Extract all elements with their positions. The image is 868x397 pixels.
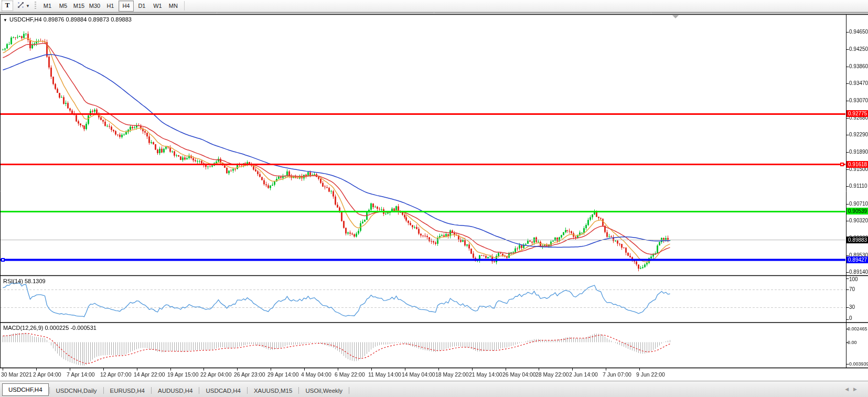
tab-divider: [199, 387, 199, 394]
timeframe-button-m1[interactable]: M1: [40, 1, 55, 12]
toolbar-grip[interactable]: [35, 2, 36, 10]
timeframe-button-d1[interactable]: D1: [134, 1, 149, 12]
timeframe-button-group: M1M5M15M30H1H4D1W1MN: [40, 1, 181, 12]
timeframe-button-mn[interactable]: MN: [166, 1, 181, 12]
tab-usdcnh-daily[interactable]: USDCNH,Daily: [50, 385, 103, 396]
toolbar-separator: [184, 1, 185, 10]
tab-usdchf-h4[interactable]: USDCHF,H4: [2, 383, 49, 396]
tab-eurusd-h4[interactable]: EURUSD,H4: [104, 385, 151, 396]
chart-tab-bar: USDCHF,H4USDCNH,DailyEURUSD,H4AUDUSD,H4U…: [0, 381, 868, 397]
tab-divider: [247, 387, 248, 394]
chart-canvas[interactable]: [0, 0, 868, 397]
tab-divider: [298, 387, 299, 394]
timeframe-button-m5[interactable]: M5: [56, 1, 71, 12]
tab-usoil-weekly[interactable]: USOil,Weekly: [299, 385, 348, 396]
timeframe-button-w1[interactable]: W1: [150, 1, 165, 12]
timeframe-button-m15[interactable]: M15: [71, 1, 87, 12]
tab-divider: [49, 387, 50, 394]
arrange-arrows-icon: [17, 1, 25, 11]
tab-divider: [103, 387, 104, 394]
timeframe-button-h1[interactable]: H1: [103, 1, 118, 12]
text-tool-button[interactable]: T: [2, 1, 13, 11]
tab-divider: [349, 387, 349, 394]
tab-xauusd-m15[interactable]: XAUUSD,M15: [248, 385, 298, 396]
chevron-down-icon: ▼: [26, 4, 30, 8]
tab-divider: [151, 387, 152, 394]
tab-audusd-h4[interactable]: AUDUSD,H4: [152, 385, 198, 396]
tab-usdcad-h4[interactable]: USDCAD,H4: [200, 385, 246, 396]
timeframe-button-m30[interactable]: M30: [87, 1, 102, 12]
toolbar: T ▼ M1M5M15M30H1H4D1W1MN: [0, 0, 868, 12]
timeframe-button-h4[interactable]: H4: [119, 1, 134, 12]
tab-scroll-arrows[interactable]: ◀▶: [845, 387, 862, 392]
objects-dropdown-button[interactable]: ▼: [15, 1, 31, 11]
terminal-window: T ▼ M1M5M15M30H1H4D1W1MN ▼USDCHF,H4 0.89…: [0, 0, 868, 397]
